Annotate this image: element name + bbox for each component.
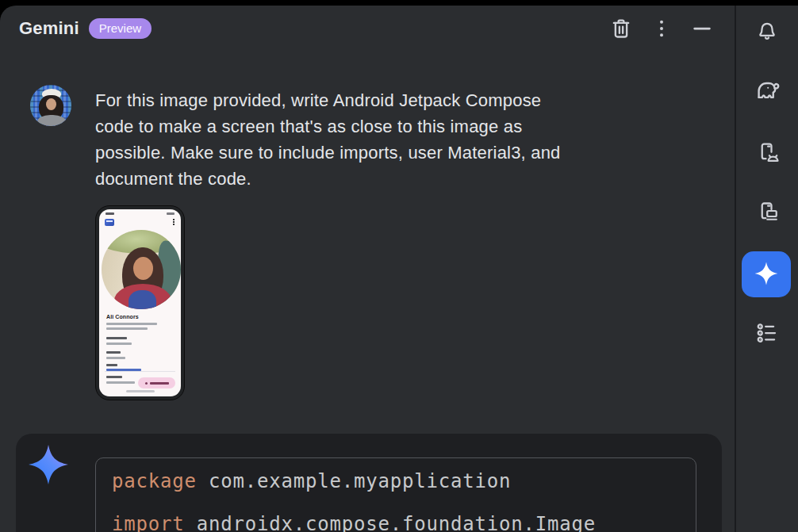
hide-window-button[interactable] <box>689 15 716 42</box>
device-manager-icon <box>755 140 779 164</box>
minimize-icon <box>690 17 714 40</box>
attachment-kebab-icon <box>173 219 175 225</box>
sidebar-item-notifications[interactable] <box>755 18 779 42</box>
more-options-button[interactable] <box>648 15 675 42</box>
message-text-line: For this image provided, write Android J… <box>95 87 561 113</box>
attachment-screen: Ali Connors <box>99 209 181 396</box>
sidebar-item-structure-list[interactable] <box>755 321 779 345</box>
code-line: package com.example.myapplication <box>112 471 680 492</box>
profile-name: Ali Connors <box>106 314 139 320</box>
panel-title: Gemini <box>19 18 79 39</box>
bell-icon <box>755 18 779 42</box>
kebab-menu-icon <box>650 17 673 40</box>
code-line: import androidx.compose.foundation.Image <box>112 514 680 532</box>
sidebar-item-gradle[interactable] <box>755 78 779 101</box>
pencil-icon <box>145 382 148 385</box>
gemini-response: package com.example.myapplication import… <box>16 434 722 532</box>
panel-header: Gemini Preview <box>0 6 735 52</box>
message-text-line: document the code. <box>95 166 561 192</box>
code-block[interactable]: package com.example.myapplication import… <box>95 457 696 532</box>
gemini-spark-icon <box>28 444 69 485</box>
user-message-body: For this image provided, write Android J… <box>95 87 561 400</box>
home-indicator <box>126 390 155 392</box>
user-avatar <box>30 85 71 126</box>
header-actions <box>608 15 716 42</box>
bulleted-list-icon <box>755 321 779 345</box>
message-text-line: possible. Make sure to include imports, … <box>95 140 561 166</box>
user-message: For this image provided, write Android J… <box>30 85 561 400</box>
gemini-star-icon <box>754 262 778 288</box>
gradle-elephant-icon <box>754 77 780 102</box>
gemini-panel: Gemini Preview <box>0 6 735 532</box>
right-tool-stripe <box>735 6 798 532</box>
edit-profile-button <box>138 377 175 388</box>
sidebar-item-device-manager[interactable] <box>755 140 779 164</box>
message-text-line: code to make a screen that's as close to… <box>95 113 561 140</box>
attachment-phone-screenshot[interactable]: Ali Connors <box>95 205 185 400</box>
trash-icon <box>609 17 633 40</box>
sidebar-item-gemini[interactable] <box>742 251 791 297</box>
attachment-appbar-icon <box>105 219 114 226</box>
delete-conversation-button[interactable] <box>608 15 635 42</box>
running-devices-icon <box>755 200 779 224</box>
profile-photo <box>102 230 181 309</box>
sidebar-item-running-devices[interactable] <box>755 200 779 224</box>
preview-badge: Preview <box>89 18 152 39</box>
